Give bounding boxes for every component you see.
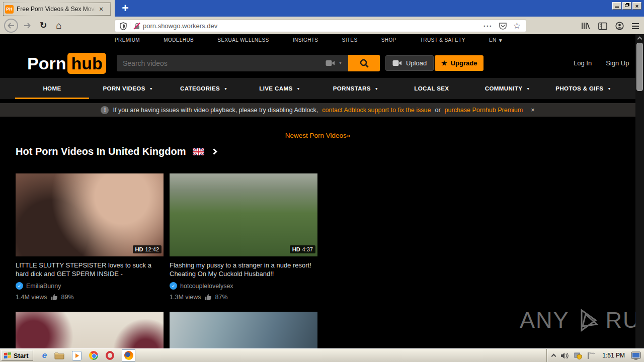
video-card[interactable]: HD 12:42 LITTLE SLUTTY STEPSISTER loves … [16,173,164,301]
flag-icon[interactable] [587,352,596,359]
browser-tab[interactable]: PH Free Porn Videos & Sex Movies - P × [2,2,112,17]
tracking-protection-shield-icon[interactable] [120,22,127,30]
search-box: ▼ [117,55,348,71]
media-player-icon[interactable] [72,351,82,360]
video-meta: 1.4M views 89% [16,294,164,301]
security-alert-icon[interactable] [574,352,582,359]
video-uploader[interactable]: ✓ EmiliaBunny [16,282,164,290]
close-button[interactable]: × [632,2,641,10]
upgrade-button[interactable]: ★ Upgrade [435,55,484,71]
nav-pornstars[interactable]: PORNSTARS▼ [318,78,394,99]
browser-toolbar: ↻ ⌂ porn.showgo.workers.dev ··· ☆ [0,17,644,34]
reload-button[interactable]: ↻ [37,19,50,32]
video-title[interactable]: Flashing my pussy to a stranger in a nud… [170,261,317,278]
firefox-taskbar-active[interactable] [122,349,135,361]
auth-links: Log In Sign Up [574,59,629,67]
page-actions-icon[interactable]: ··· [484,22,493,30]
taskbar: Start e 1:51 PM [0,348,644,362]
site-logo[interactable]: Porn hub [27,53,106,74]
uploader-name[interactable]: EmiliaBunny [26,283,61,290]
uploader-name[interactable]: hotcouplelovelysex [180,283,233,290]
topnav-language[interactable]: EN▼ [489,37,503,43]
nav-porn-videos[interactable]: PORN VIDEOS▼ [90,78,166,99]
video-duration: 12:42 [145,246,159,252]
search-input[interactable] [117,59,326,67]
nav-local-sex[interactable]: LOCAL SEX [393,78,469,99]
insecure-lock-icon[interactable] [133,22,141,30]
topnav-sites[interactable]: SITES [342,37,358,43]
upload-button[interactable]: Upload [385,55,434,71]
bookmark-star-icon[interactable]: ☆ [513,21,521,31]
video-thumbnail[interactable] [170,312,317,348]
opera-icon[interactable] [106,351,114,360]
chevron-down-icon: ▼ [339,61,342,65]
nav-photos-gifs[interactable]: PHOTOS & GIFS▼ [545,78,621,99]
topnav-sexual-wellness[interactable]: SEXUAL WELLNESS [217,37,269,43]
volume-icon[interactable] [560,352,569,359]
topnav-insights[interactable]: INSIGHTS [293,37,318,43]
page-scrollbar[interactable] [635,34,644,348]
video-search-filter[interactable]: ▼ [326,60,342,66]
internet-explorer-icon[interactable]: e [42,350,47,360]
menu-icon[interactable] [632,23,639,29]
chevron-down-icon: ▼ [375,87,378,90]
newest-porn-videos-link[interactable]: Newest Porn Videos» [285,132,351,139]
sidebar-icon[interactable] [598,22,607,30]
warning-icon: ! [101,106,109,114]
forward-button[interactable] [21,19,34,32]
windows-logo-icon [4,352,12,359]
home-button[interactable]: ⌂ [52,19,65,32]
site-topnav: PREMIUM MODELHUB SEXUAL WELLNESS INSIGHT… [115,37,503,43]
new-tab-button[interactable]: + [119,1,132,15]
restore-button[interactable] [622,2,631,10]
nav-live-cams[interactable]: LIVE CAMS▼ [242,78,318,99]
adblock-support-link[interactable]: contact Adblock support to fix the issue [322,107,431,114]
library-icon[interactable] [581,22,590,30]
account-icon[interactable] [615,22,624,30]
nav-categories[interactable]: CATEGORIES▼ [166,78,242,99]
nav-home[interactable]: HOME [14,78,90,99]
pocket-icon[interactable] [499,22,507,30]
quick-launch: e [42,349,135,361]
star-icon: ★ [441,59,447,67]
hd-badge: HD [135,246,143,252]
topnav-modelhub[interactable]: MODELHUB [164,37,194,43]
tab-close-icon[interactable]: × [99,6,103,13]
chevron-right-icon[interactable] [211,148,217,155]
site-favicon-icon: PH [5,5,14,14]
tray-collapse-icon[interactable] [551,354,556,359]
display-icon[interactable] [631,351,641,360]
notice-conjunction: or [435,107,440,114]
login-link[interactable]: Log In [574,59,592,67]
video-thumbnail[interactable]: HD 4:37 [170,173,317,256]
minimize-icon [615,7,619,8]
search-button[interactable] [348,55,380,71]
video-uploader[interactable]: ✓ hotcouplelovelysex [170,282,317,290]
video-camera-icon [326,60,335,66]
topnav-trust-safety[interactable]: TRUST & SAFETY [420,37,465,43]
forward-arrow-icon [23,22,31,30]
video-card[interactable]: HD 4:37 Flashing my pussy to a stranger … [170,173,317,301]
video-grid-row-1: HD 12:42 LITTLE SLUTTY STEPSISTER loves … [16,173,317,301]
taskbar-clock[interactable]: 1:51 PM [602,352,625,359]
signup-link[interactable]: Sign Up [606,59,629,67]
video-meta: 1.3M views 87% [170,294,317,301]
back-button[interactable] [4,19,18,33]
topnav-shop[interactable]: SHOP [381,37,396,43]
file-explorer-icon[interactable] [54,351,64,359]
video-thumbnail[interactable]: HD 12:42 [16,173,164,256]
url-text[interactable]: porn.showgo.workers.dev [143,22,484,30]
topnav-premium[interactable]: PREMIUM [115,37,140,43]
url-bar[interactable]: porn.showgo.workers.dev ··· ☆ [115,20,526,32]
video-title[interactable]: LITTLE SLUTTY STEPSISTER loves to suck a… [16,261,164,278]
nav-community[interactable]: COMMUNITY▼ [469,78,545,99]
scroll-up-arrow[interactable] [635,34,644,42]
scrollbar-thumb[interactable] [636,43,643,91]
notice-close-icon[interactable]: × [531,107,534,114]
video-thumbnail[interactable] [16,312,164,348]
premium-link[interactable]: purchase Pornhub Premium [445,107,523,114]
chrome-icon[interactable] [89,351,98,360]
tab-title: Free Porn Videos & Sex Movies - P [17,6,96,13]
minimize-button[interactable] [612,2,621,10]
start-button[interactable]: Start [1,350,33,361]
